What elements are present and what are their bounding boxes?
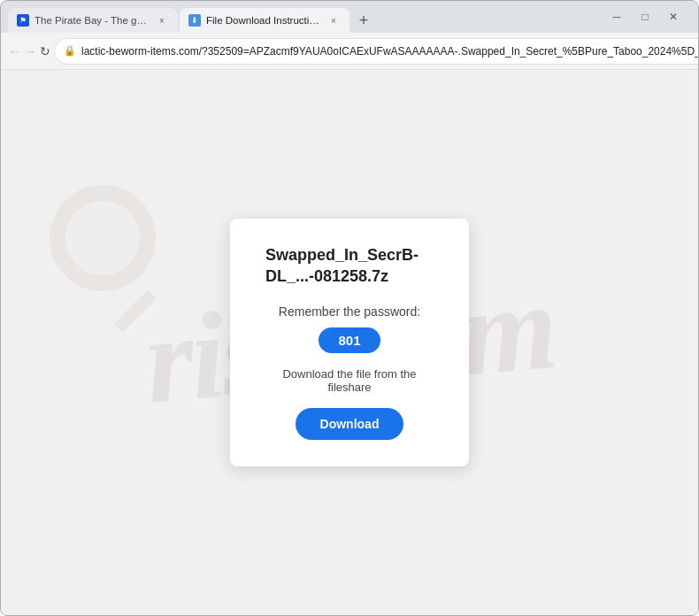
- lock-icon: 🔒: [64, 45, 76, 57]
- maximize-button[interactable]: □: [634, 6, 656, 27]
- dialog-card: Swapped_In_SecrB-DL_...-081258.7z Rememb…: [230, 219, 469, 466]
- tab-label-filedownload: File Download Instructions for ...: [206, 15, 321, 26]
- title-bar: ⚑ The Pirate Bay - The galaxy's m... × ⬇…: [1, 1, 698, 33]
- tab-filedownload[interactable]: ⬇ File Download Instructions for ... ×: [180, 8, 350, 33]
- tab-list: ⚑ The Pirate Bay - The galaxy's m... × ⬇…: [8, 1, 595, 33]
- new-tab-button[interactable]: +: [351, 8, 376, 33]
- page-content: risk.com Swapped_In_SecrB-DL_...-081258.…: [1, 70, 698, 615]
- address-bar[interactable]: 🔒 lactic-beworm-items.com/?352509=APZacm…: [54, 38, 699, 65]
- browser-window: ⚑ The Pirate Bay - The galaxy's m... × ⬇…: [0, 0, 699, 616]
- filename-text: Swapped_In_SecrB-DL_...-081258.7z: [265, 245, 434, 287]
- tab-piratebay[interactable]: ⚑ The Pirate Bay - The galaxy's m... ×: [8, 8, 178, 33]
- password-label: Remember the password:: [265, 304, 434, 319]
- password-badge: 801: [319, 327, 380, 353]
- tab-favicon-page: ⬇: [188, 14, 201, 27]
- window-controls: ─ □ ✕: [599, 6, 691, 27]
- tab-favicon-pirate: ⚑: [17, 14, 29, 27]
- tab-close-piratebay[interactable]: ×: [155, 13, 169, 27]
- minimize-button[interactable]: ─: [606, 6, 627, 27]
- toolbar: ← → ↻ 🔒 lactic-beworm-items.com/?352509=…: [1, 33, 698, 70]
- back-button[interactable]: ←: [8, 37, 20, 65]
- magnifier-circle: [50, 185, 156, 291]
- download-button[interactable]: Download: [296, 408, 404, 440]
- close-button[interactable]: ✕: [663, 6, 684, 27]
- address-text: lactic-beworm-items.com/?352509=APZacmf9…: [81, 45, 699, 58]
- forward-button[interactable]: →: [24, 37, 36, 65]
- refresh-button[interactable]: ↻: [40, 37, 50, 65]
- magnifier-watermark: [50, 185, 156, 335]
- instruction-text: Download the file from the fileshare: [265, 367, 434, 394]
- tab-close-filedownload[interactable]: ×: [326, 13, 341, 27]
- tab-label-piratebay: The Pirate Bay - The galaxy's m...: [35, 15, 150, 26]
